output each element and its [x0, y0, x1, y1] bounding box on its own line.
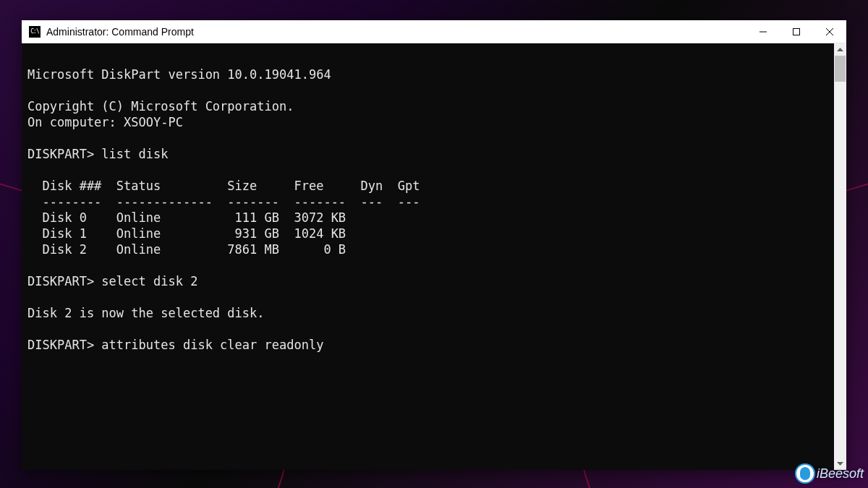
minimize-button[interactable]	[746, 20, 780, 43]
titlebar[interactable]: C:\ Administrator: Command Prompt	[22, 20, 846, 43]
terminal-line: Microsoft DiskPart version 10.0.19041.96…	[27, 67, 331, 82]
maximize-button[interactable]	[780, 20, 813, 43]
scroll-up-button[interactable]	[834, 43, 846, 56]
terminal-output[interactable]: Microsoft DiskPart version 10.0.19041.96…	[22, 43, 834, 470]
terminal-line: Copyright (C) Microsoft Corporation.	[27, 99, 294, 114]
command-prompt-window: C:\ Administrator: Command Prompt Micros…	[22, 20, 846, 470]
close-icon	[826, 28, 833, 35]
terminal-line: DISKPART> list disk	[27, 147, 168, 161]
window-title: Administrator: Command Prompt	[46, 26, 194, 38]
vertical-scrollbar[interactable]	[834, 43, 846, 470]
watermark-logo-icon	[795, 463, 815, 484]
maximize-icon	[793, 28, 800, 35]
terminal-line: Disk ### Status Size Free Dyn Gpt	[27, 179, 420, 193]
terminal-line: Disk 2 Online 7861 MB 0 B	[27, 242, 346, 257]
watermark-text: iBeesoft	[817, 466, 864, 481]
watermark: iBeesoft	[795, 463, 864, 484]
terminal-line: -------- ------------- ------- ------- -…	[27, 194, 420, 209]
terminal-line: DISKPART> attributes disk clear readonly	[27, 338, 323, 352]
client-area: Microsoft DiskPart version 10.0.19041.96…	[22, 43, 846, 470]
minimize-icon	[760, 28, 767, 35]
terminal-line: Disk 0 Online 111 GB 3072 KB	[27, 210, 346, 225]
svg-rect-1	[793, 28, 800, 35]
close-button[interactable]	[813, 20, 846, 43]
terminal-line: DISKPART> select disk 2	[27, 274, 197, 288]
terminal-line: Disk 2 is now the selected disk.	[27, 306, 265, 320]
scroll-thumb[interactable]	[835, 56, 846, 82]
scroll-track[interactable]	[834, 56, 846, 458]
chevron-up-icon	[837, 48, 843, 51]
terminal-line: Disk 1 Online 931 GB 1024 KB	[27, 226, 346, 241]
terminal-line: On computer: XSOOY-PC	[27, 115, 183, 129]
cmd-icon: C:\	[29, 26, 41, 38]
